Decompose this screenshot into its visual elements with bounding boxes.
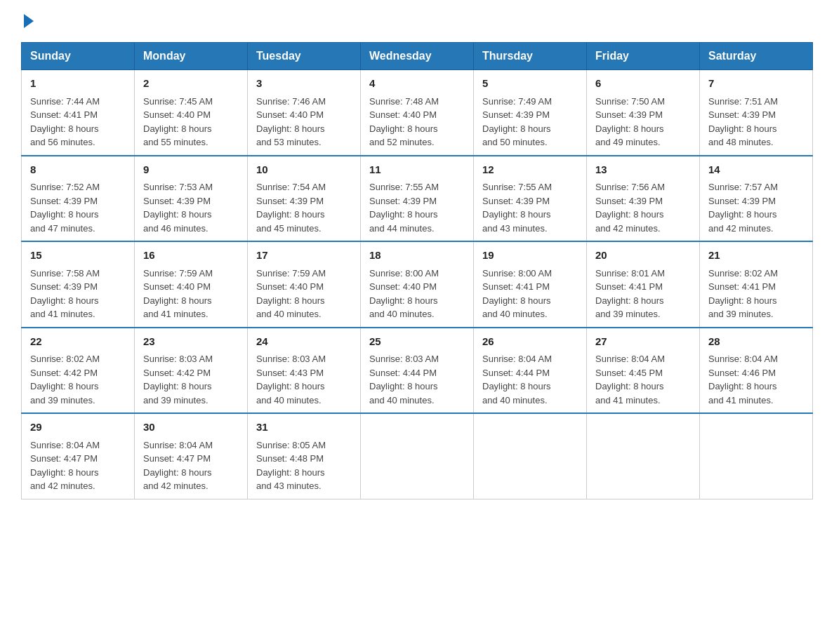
calendar-cell: 20 Sunrise: 8:01 AMSunset: 4:41 PMDaylig… <box>587 241 700 328</box>
day-number: 20 <box>595 248 691 264</box>
calendar-cell: 13 Sunrise: 7:56 AMSunset: 4:39 PMDaylig… <box>587 156 700 242</box>
calendar-week-row: 29 Sunrise: 8:04 AMSunset: 4:47 PMDaylig… <box>22 413 813 499</box>
weekday-header-saturday: Saturday <box>700 43 813 70</box>
day-number: 29 <box>30 420 126 436</box>
calendar-cell: 6 Sunrise: 7:50 AMSunset: 4:39 PMDayligh… <box>587 70 700 156</box>
day-info: Sunrise: 8:03 AMSunset: 4:44 PMDaylight:… <box>369 354 439 405</box>
day-info: Sunrise: 7:44 AMSunset: 4:41 PMDaylight:… <box>30 96 100 148</box>
day-number: 19 <box>482 248 578 264</box>
calendar-cell: 12 Sunrise: 7:55 AMSunset: 4:39 PMDaylig… <box>474 156 587 242</box>
day-number: 3 <box>256 76 352 92</box>
calendar-table: SundayMondayTuesdayWednesdayThursdayFrid… <box>21 42 813 499</box>
day-info: Sunrise: 7:46 AMSunset: 4:40 PMDaylight:… <box>256 96 326 148</box>
day-info: Sunrise: 8:03 AMSunset: 4:43 PMDaylight:… <box>256 354 326 405</box>
calendar-cell: 4 Sunrise: 7:48 AMSunset: 4:40 PMDayligh… <box>361 70 474 156</box>
day-info: Sunrise: 8:04 AMSunset: 4:47 PMDaylight:… <box>143 440 213 492</box>
day-info: Sunrise: 8:04 AMSunset: 4:45 PMDaylight:… <box>595 354 665 405</box>
day-number: 6 <box>595 76 691 92</box>
calendar-cell: 15 Sunrise: 7:58 AMSunset: 4:39 PMDaylig… <box>22 241 135 328</box>
day-number: 2 <box>143 76 239 92</box>
calendar-cell: 14 Sunrise: 7:57 AMSunset: 4:39 PMDaylig… <box>700 156 813 242</box>
calendar-cell: 28 Sunrise: 8:04 AMSunset: 4:46 PMDaylig… <box>700 328 813 414</box>
logo-triangle-icon <box>24 14 34 28</box>
weekday-header-wednesday: Wednesday <box>361 43 474 70</box>
day-info: Sunrise: 7:56 AMSunset: 4:39 PMDaylight:… <box>595 182 665 234</box>
logo <box>21 14 37 25</box>
day-info: Sunrise: 8:05 AMSunset: 4:48 PMDaylight:… <box>256 440 326 492</box>
calendar-week-row: 22 Sunrise: 8:02 AMSunset: 4:42 PMDaylig… <box>22 328 813 414</box>
day-number: 1 <box>30 76 126 92</box>
day-info: Sunrise: 7:52 AMSunset: 4:39 PMDaylight:… <box>30 182 100 234</box>
calendar-cell: 16 Sunrise: 7:59 AMSunset: 4:40 PMDaylig… <box>135 241 248 328</box>
day-info: Sunrise: 7:51 AMSunset: 4:39 PMDaylight:… <box>708 96 778 148</box>
day-number: 16 <box>143 248 239 264</box>
day-number: 30 <box>143 420 239 436</box>
day-number: 11 <box>369 162 465 178</box>
calendar-cell: 31 Sunrise: 8:05 AMSunset: 4:48 PMDaylig… <box>248 413 361 499</box>
calendar-cell <box>700 413 813 499</box>
calendar-cell: 26 Sunrise: 8:04 AMSunset: 4:44 PMDaylig… <box>474 328 587 414</box>
day-info: Sunrise: 8:01 AMSunset: 4:41 PMDaylight:… <box>595 268 665 320</box>
calendar-week-row: 15 Sunrise: 7:58 AMSunset: 4:39 PMDaylig… <box>22 241 813 328</box>
day-info: Sunrise: 8:04 AMSunset: 4:47 PMDaylight:… <box>30 440 100 492</box>
day-number: 25 <box>369 334 465 350</box>
calendar-cell: 27 Sunrise: 8:04 AMSunset: 4:45 PMDaylig… <box>587 328 700 414</box>
day-info: Sunrise: 8:04 AMSunset: 4:46 PMDaylight:… <box>708 354 778 405</box>
calendar-cell: 3 Sunrise: 7:46 AMSunset: 4:40 PMDayligh… <box>248 70 361 156</box>
day-number: 7 <box>708 76 804 92</box>
day-info: Sunrise: 7:59 AMSunset: 4:40 PMDaylight:… <box>256 268 326 320</box>
day-info: Sunrise: 7:49 AMSunset: 4:39 PMDaylight:… <box>482 96 552 148</box>
weekday-header-monday: Monday <box>135 43 248 70</box>
calendar-cell: 2 Sunrise: 7:45 AMSunset: 4:40 PMDayligh… <box>135 70 248 156</box>
calendar-cell: 22 Sunrise: 8:02 AMSunset: 4:42 PMDaylig… <box>22 328 135 414</box>
calendar-cell: 30 Sunrise: 8:04 AMSunset: 4:47 PMDaylig… <box>135 413 248 499</box>
calendar-cell: 24 Sunrise: 8:03 AMSunset: 4:43 PMDaylig… <box>248 328 361 414</box>
weekday-header-sunday: Sunday <box>22 43 135 70</box>
day-info: Sunrise: 7:57 AMSunset: 4:39 PMDaylight:… <box>708 182 778 234</box>
calendar-cell: 25 Sunrise: 8:03 AMSunset: 4:44 PMDaylig… <box>361 328 474 414</box>
day-info: Sunrise: 7:50 AMSunset: 4:39 PMDaylight:… <box>595 96 665 148</box>
day-number: 5 <box>482 76 578 92</box>
page-header <box>21 14 813 25</box>
calendar-cell: 7 Sunrise: 7:51 AMSunset: 4:39 PMDayligh… <box>700 70 813 156</box>
calendar-week-row: 1 Sunrise: 7:44 AMSunset: 4:41 PMDayligh… <box>22 70 813 156</box>
day-number: 21 <box>708 248 804 264</box>
day-number: 28 <box>708 334 804 350</box>
day-info: Sunrise: 7:55 AMSunset: 4:39 PMDaylight:… <box>482 182 552 234</box>
calendar-cell: 10 Sunrise: 7:54 AMSunset: 4:39 PMDaylig… <box>248 156 361 242</box>
calendar-cell: 23 Sunrise: 8:03 AMSunset: 4:42 PMDaylig… <box>135 328 248 414</box>
calendar-cell: 8 Sunrise: 7:52 AMSunset: 4:39 PMDayligh… <box>22 156 135 242</box>
day-info: Sunrise: 7:59 AMSunset: 4:40 PMDaylight:… <box>143 268 213 320</box>
day-info: Sunrise: 7:55 AMSunset: 4:39 PMDaylight:… <box>369 182 439 234</box>
calendar-cell: 18 Sunrise: 8:00 AMSunset: 4:40 PMDaylig… <box>361 241 474 328</box>
calendar-cell: 5 Sunrise: 7:49 AMSunset: 4:39 PMDayligh… <box>474 70 587 156</box>
calendar-cell <box>474 413 587 499</box>
weekday-header-friday: Friday <box>587 43 700 70</box>
calendar-cell: 11 Sunrise: 7:55 AMSunset: 4:39 PMDaylig… <box>361 156 474 242</box>
day-info: Sunrise: 8:00 AMSunset: 4:41 PMDaylight:… <box>482 268 552 320</box>
day-number: 13 <box>595 162 691 178</box>
day-number: 23 <box>143 334 239 350</box>
day-info: Sunrise: 8:02 AMSunset: 4:42 PMDaylight:… <box>30 354 100 405</box>
day-number: 18 <box>369 248 465 264</box>
calendar-cell: 21 Sunrise: 8:02 AMSunset: 4:41 PMDaylig… <box>700 241 813 328</box>
day-number: 4 <box>369 76 465 92</box>
day-info: Sunrise: 8:00 AMSunset: 4:40 PMDaylight:… <box>369 268 439 320</box>
day-info: Sunrise: 7:54 AMSunset: 4:39 PMDaylight:… <box>256 182 326 234</box>
day-info: Sunrise: 8:02 AMSunset: 4:41 PMDaylight:… <box>708 268 778 320</box>
day-number: 27 <box>595 334 691 350</box>
day-number: 14 <box>708 162 804 178</box>
calendar-cell: 19 Sunrise: 8:00 AMSunset: 4:41 PMDaylig… <box>474 241 587 328</box>
day-number: 12 <box>482 162 578 178</box>
day-number: 24 <box>256 334 352 350</box>
calendar-cell: 29 Sunrise: 8:04 AMSunset: 4:47 PMDaylig… <box>22 413 135 499</box>
day-info: Sunrise: 7:58 AMSunset: 4:39 PMDaylight:… <box>30 268 100 320</box>
day-info: Sunrise: 7:45 AMSunset: 4:40 PMDaylight:… <box>143 96 213 148</box>
weekday-header-thursday: Thursday <box>474 43 587 70</box>
day-info: Sunrise: 8:04 AMSunset: 4:44 PMDaylight:… <box>482 354 552 405</box>
calendar-cell: 9 Sunrise: 7:53 AMSunset: 4:39 PMDayligh… <box>135 156 248 242</box>
day-info: Sunrise: 7:48 AMSunset: 4:40 PMDaylight:… <box>369 96 439 148</box>
calendar-cell <box>587 413 700 499</box>
day-number: 15 <box>30 248 126 264</box>
day-info: Sunrise: 8:03 AMSunset: 4:42 PMDaylight:… <box>143 354 213 405</box>
